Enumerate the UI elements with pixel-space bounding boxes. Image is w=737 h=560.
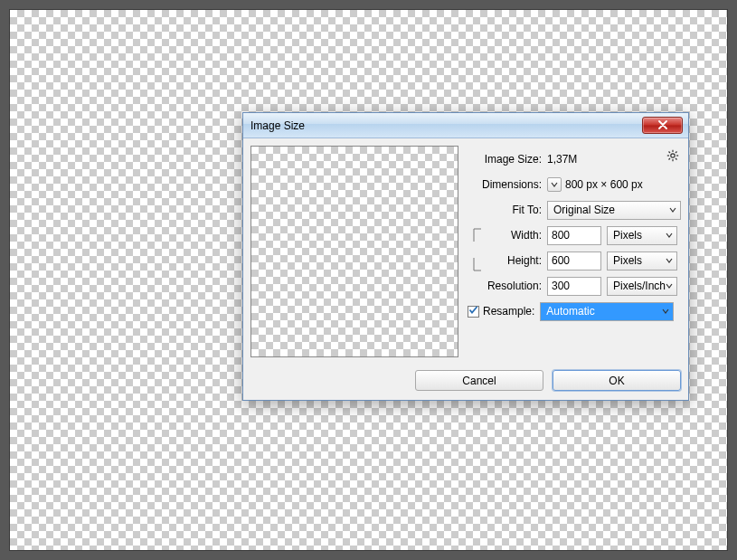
width-label: Width: [477,229,547,242]
height-row: Height: 600 Pixels [477,251,681,271]
resample-label: Resample: [483,305,534,318]
image-size-label: Image Size: [477,153,547,166]
dimensions-value: 800 px × 600 px [565,178,643,191]
fit-to-row: Fit To: Original Size [477,200,681,220]
titlebar[interactable]: Image Size [243,113,688,138]
fields: Image Size: 1,37M Dimensions: 800 px × 6… [468,146,681,357]
width-row: Width: 800 Pixels [477,225,681,245]
constrain-proportions-button[interactable] [470,242,483,258]
dialog-body: Image Size: 1,37M Dimensions: 800 px × 6… [243,138,688,365]
ok-button[interactable]: OK [553,370,681,391]
width-unit-select[interactable]: Pixels [607,226,677,245]
height-label: Height: [477,254,547,267]
image-size-row: Image Size: 1,37M [477,149,681,169]
image-size-value: 1,37M [547,153,577,166]
resolution-label: Resolution: [477,280,547,292]
app-frame: Image Size [9,9,728,551]
fit-to-value: Original Size [553,204,615,216]
resample-select[interactable]: Automatic [540,302,674,321]
dimensions-label: Dimensions: [477,178,547,191]
resolution-unit-select[interactable]: Pixels/Inch [607,277,677,296]
chevron-down-icon [666,280,673,292]
resample-row: Resample: Automatic [468,301,681,321]
close-button[interactable] [642,117,683,134]
resample-value: Automatic [546,305,594,318]
fit-to-label: Fit To: [477,204,547,216]
resolution-input[interactable]: 300 [547,277,601,296]
chevron-down-icon [662,305,669,318]
dimensions-unit-button[interactable] [547,177,562,192]
width-input[interactable]: 800 [547,226,601,245]
height-unit-select[interactable]: Pixels [607,252,677,271]
chevron-down-icon [669,204,676,216]
resample-checkbox[interactable] [468,306,479,318]
width-unit-value: Pixels [613,229,642,242]
chevron-down-icon [551,178,558,191]
preview-area [250,146,458,357]
image-size-dialog: Image Size [242,112,689,401]
height-input[interactable]: 600 [547,252,601,271]
fit-to-select[interactable]: Original Size [547,201,681,220]
dialog-title: Image Size [250,119,642,132]
resolution-row: Resolution: 300 Pixels/Inch [477,276,681,296]
check-icon [468,305,478,318]
chevron-down-icon [666,229,673,242]
close-icon [657,119,668,132]
height-unit-value: Pixels [613,254,642,267]
cancel-button[interactable]: Cancel [415,370,543,391]
resolution-unit-value: Pixels/Inch [613,280,666,292]
chevron-down-icon [666,254,673,267]
dimensions-row: Dimensions: 800 px × 600 px [477,175,681,195]
button-bar: Cancel OK [243,365,688,400]
